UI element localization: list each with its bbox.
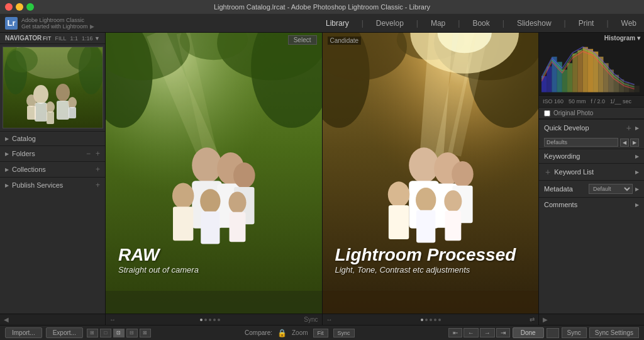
processed-image-bottom: ↔ ⇄	[323, 314, 539, 325]
processed-image-container: Candidate	[323, 33, 539, 325]
svg-rect-58	[388, 205, 408, 239]
metadata-select[interactable]: Default	[589, 184, 633, 194]
svg-rect-9	[69, 107, 76, 118]
keywording-section[interactable]: Keywording ▶	[539, 149, 644, 163]
svg-point-32	[172, 183, 194, 208]
svg-point-30	[233, 162, 255, 188]
original-photo-checkbox[interactable]	[544, 110, 550, 116]
sync-settings-button[interactable]: Sync Settings	[589, 327, 639, 338]
maximize-button[interactable]	[26, 3, 34, 11]
lock-icon[interactable]: 🔒	[277, 329, 287, 337]
folders-arrow: ▶	[5, 151, 9, 157]
nav-library[interactable]: Library	[323, 18, 352, 29]
folders-minus[interactable]: −	[86, 149, 91, 158]
quick-develop-plus[interactable]: +	[625, 123, 633, 133]
comments-section[interactable]: Comments ▶	[539, 197, 644, 212]
original-photo-row: Original Photo	[539, 108, 644, 119]
view-survey-icon[interactable]: ⊟	[126, 329, 138, 337]
folders-plus[interactable]: +	[96, 149, 100, 158]
raw-subtitle: Straight out of camera	[118, 265, 199, 275]
catalog-header[interactable]: ▶ Catalog	[0, 132, 105, 145]
compare-label: Compare:	[245, 329, 272, 336]
nav-book[interactable]: Book	[470, 18, 492, 29]
svg-point-14	[6, 47, 38, 72]
svg-point-6	[26, 94, 36, 107]
svg-rect-70	[577, 50, 582, 93]
select-button[interactable]: Select	[288, 35, 317, 45]
camera-info: ISO 160 50 mm f / 2.0 1/__ sec	[539, 96, 644, 108]
collections-plus[interactable]: +	[96, 165, 100, 174]
svg-point-8	[68, 97, 77, 108]
folders-actions: − +	[86, 149, 100, 158]
nav-prev[interactable]: ←	[464, 328, 479, 337]
raw-expand-icon[interactable]: ↔	[109, 316, 116, 323]
zoom-custom[interactable]: 1:16 ▼	[82, 35, 100, 42]
svg-point-55	[452, 161, 474, 187]
catalog-arrow: ▶	[5, 136, 9, 142]
metadata-label: Metadata	[544, 185, 573, 193]
metadata-section[interactable]: Metadata Default ▶	[539, 180, 644, 197]
left-panel-expand-icon[interactable]: ◀	[4, 316, 9, 323]
collections-header[interactable]: ▶ Collections +	[0, 162, 105, 177]
right-panel-expand-icon[interactable]: ▶	[543, 316, 548, 323]
quick-develop-arrow: ▶	[635, 125, 639, 131]
raw-photo-svg	[106, 33, 322, 325]
app-header: Lr Adobe Lightroom Classic Get started w…	[0, 14, 644, 33]
view-grid-icon[interactable]: ⊞	[87, 329, 98, 337]
app-tagline: Get started with Lightroom ▶	[21, 23, 94, 30]
metadata-arrow: ▶	[635, 186, 639, 192]
minimize-button[interactable]	[16, 3, 23, 11]
import-button[interactable]: Import...	[5, 327, 42, 338]
publish-services-header[interactable]: ▶ Publish Services +	[0, 178, 105, 193]
sync-button[interactable]: Sync	[333, 329, 355, 337]
svg-point-4	[56, 84, 70, 101]
processed-overlay-text: Lightroom Processed Light, Tone, Contras…	[335, 245, 516, 275]
nav-web[interactable]: Web	[619, 18, 639, 29]
view-people-icon[interactable]: ⊠	[140, 329, 151, 337]
right-panel: Histogram ▾	[538, 33, 644, 325]
svg-rect-37	[230, 212, 246, 242]
keywording-arrow: ▶	[635, 154, 639, 159]
preset-prev[interactable]: ◀	[620, 139, 629, 147]
keywording-label: Keywording	[544, 152, 580, 160]
comments-arrow: ▶	[635, 202, 639, 208]
collections-arrow: ▶	[5, 167, 9, 173]
zoom-fill[interactable]: FILL	[55, 35, 67, 42]
processed-arrows[interactable]: ⇄	[530, 316, 535, 323]
nav-slideshow[interactable]: Slideshow	[514, 18, 554, 29]
view-loupe-icon[interactable]: □	[100, 329, 111, 337]
nav-develop[interactable]: Develop	[374, 18, 406, 29]
zoom-label: Zoom	[292, 329, 308, 336]
candidate-label: Candidate	[328, 37, 362, 45]
preset-select[interactable]: Defaults	[544, 138, 618, 147]
export-button[interactable]: Export...	[46, 327, 83, 338]
slideshow-icon[interactable]	[547, 328, 559, 338]
quick-develop-label: Quick Develop	[544, 124, 589, 132]
raw-sync-btn[interactable]: Sync	[304, 316, 318, 323]
nav-print[interactable]: Print	[576, 18, 597, 29]
app-nav: Library | Develop | Map | Book | Slidesh…	[323, 18, 639, 29]
quick-develop-section[interactable]: Quick Develop + ▶	[539, 119, 644, 136]
svg-rect-69	[572, 54, 577, 93]
zoom-fit-button[interactable]: Fit	[313, 329, 328, 337]
preset-next[interactable]: ▶	[630, 139, 639, 147]
processed-title: Lightroom Processed	[335, 245, 516, 265]
nav-next-next[interactable]: ⇥	[496, 328, 510, 337]
folders-header[interactable]: ▶ Folders − +	[0, 146, 105, 161]
nav-next[interactable]: →	[480, 328, 495, 337]
sync-right-button[interactable]: Sync	[562, 327, 587, 338]
close-button[interactable]	[5, 3, 13, 11]
publish-services-plus[interactable]: +	[96, 181, 100, 190]
zoom-fit[interactable]: FIT	[43, 35, 52, 42]
nav-map[interactable]: Map	[428, 18, 448, 29]
keyword-list-section[interactable]: + Keyword List ▶	[539, 163, 644, 180]
processed-expand-icon[interactable]: ↔	[326, 316, 333, 323]
right-panel-bottom: ▶	[539, 314, 644, 325]
histogram-label: Histogram ▾	[604, 35, 640, 42]
done-button[interactable]: Done	[513, 327, 544, 338]
svg-rect-35	[201, 212, 219, 244]
zoom-1-1[interactable]: 1:1	[70, 35, 79, 42]
keyword-list-plus[interactable]: +	[544, 167, 552, 177]
nav-prev-prev[interactable]: ⇤	[448, 328, 462, 337]
view-compare-icon[interactable]: ⊡	[113, 329, 125, 337]
